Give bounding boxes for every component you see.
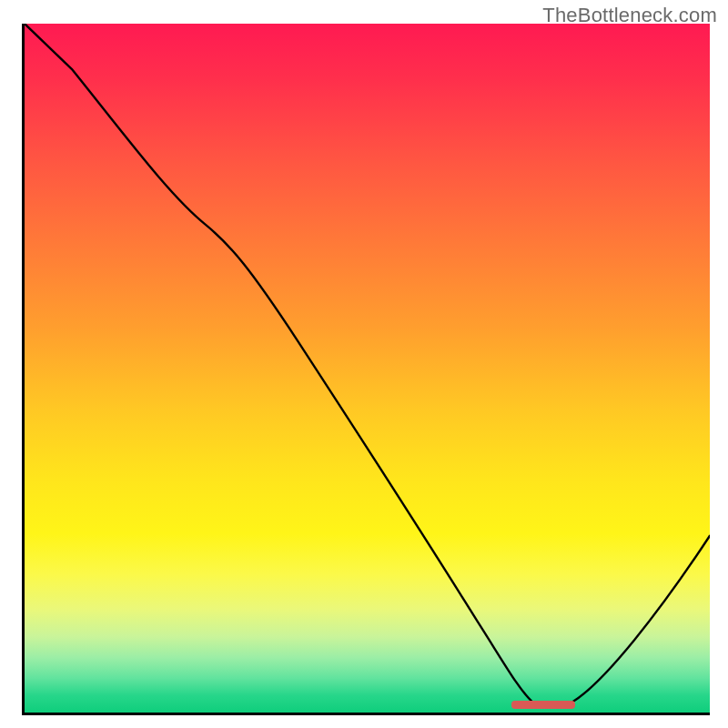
- watermark-text: TheBottleneck.com: [542, 4, 717, 27]
- background-gradient: [25, 24, 710, 713]
- optimal-range-marker: [511, 701, 575, 709]
- chart-area: [22, 24, 710, 715]
